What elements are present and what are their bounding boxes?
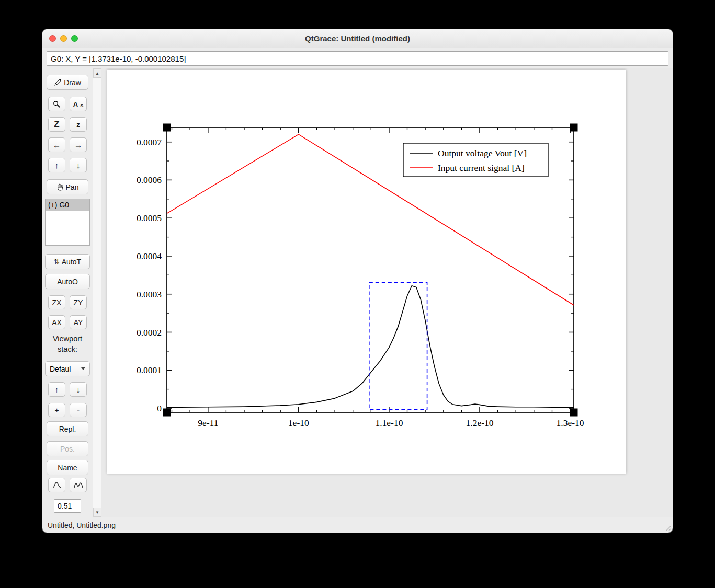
legend-entry-label: Output voltage Vout [V] <box>438 148 527 158</box>
graph-list-item-g0[interactable]: (+) G0 <box>46 199 89 211</box>
plot-canvas[interactable]: 9e-111e-101.1e-101.2e-101.3e-1000.00010.… <box>101 68 673 517</box>
window-titlebar[interactable]: QtGrace: Untitled (modified) <box>42 29 673 48</box>
up-arrow-icon: ↑ <box>55 385 59 394</box>
y-tick-label: 0 <box>157 403 162 413</box>
close-window-button[interactable] <box>49 35 56 42</box>
traffic-lights <box>49 29 78 48</box>
autoscale-ticks-button[interactable]: ⇅ AutoT <box>45 254 90 269</box>
status-text: Untitled, Untitled.png <box>48 521 116 529</box>
name-button[interactable]: Name <box>47 460 88 475</box>
magnification-input[interactable] <box>54 499 81 513</box>
pan-button[interactable]: Pan <box>47 179 88 194</box>
autoscale-icon: ⇅ <box>54 258 60 266</box>
selection-handle[interactable] <box>570 124 578 132</box>
zoom-in-button[interactable]: Z <box>48 117 65 132</box>
x-tick-label: 1.3e-10 <box>557 418 584 428</box>
zoom-selection-box <box>369 283 427 410</box>
graph-plot[interactable]: 9e-111e-101.1e-101.2e-101.3e-1000.00010.… <box>107 70 626 474</box>
qtgrace-window: QtGrace: Untitled (modified) G0: X, Y = … <box>42 29 673 533</box>
y-tick-label: 0.0007 <box>137 137 162 147</box>
autoscale-zy-button[interactable]: ZY <box>70 295 87 309</box>
y-tick-label: 0.0005 <box>137 213 162 223</box>
scroll-down-view-button[interactable]: ↓ <box>70 158 87 172</box>
series-line-0[interactable] <box>167 286 574 408</box>
y-tick-label: 0.0006 <box>137 175 162 185</box>
y-tick-label: 0.0001 <box>137 365 162 375</box>
stack-remove-button[interactable]: - <box>70 403 87 417</box>
graph-list[interactable]: (+) G0 <box>45 199 90 246</box>
text-properties-button[interactable]: AS <box>70 97 87 111</box>
autoscale-on-button[interactable]: AutoO <box>45 274 90 289</box>
wave-curve-icon <box>74 481 83 489</box>
status-bar: Untitled, Untitled.png <box>42 517 673 533</box>
x-tick-label: 1.2e-10 <box>466 418 494 428</box>
stack-up-button[interactable]: ↑ <box>48 382 65 397</box>
scroll-up-view-button[interactable]: ↑ <box>48 158 65 172</box>
curve-tool-button-1[interactable] <box>48 478 65 492</box>
plot-page[interactable]: 9e-111e-101.1e-101.2e-101.3e-1000.00010.… <box>107 70 626 474</box>
minimize-window-button[interactable] <box>60 35 67 42</box>
down-arrow-icon: ↓ <box>76 385 81 394</box>
selection-handle[interactable] <box>163 124 171 132</box>
scroll-right-button[interactable]: → <box>70 137 87 152</box>
autoscale-ay-button[interactable]: AY <box>70 315 87 329</box>
position-button[interactable]: Pos. <box>47 441 88 456</box>
triangle-down-icon: ▼ <box>95 510 99 515</box>
up-arrow-icon: ↑ <box>55 161 59 170</box>
autot-label: AutoT <box>62 258 81 266</box>
chevron-down-icon <box>81 367 85 370</box>
locator-display: G0: X, Y = [1.3731e-10, -0.000102815] <box>47 51 668 66</box>
stack-down-button[interactable]: ↓ <box>70 382 87 397</box>
pan-button-label: Pan <box>66 183 79 191</box>
scrollbar-up-arrow[interactable]: ▲ <box>93 68 101 78</box>
viewport-stack-label: Viewport stack: <box>53 333 82 354</box>
y-tick-label: 0.0004 <box>137 251 162 261</box>
y-tick-label: 0.0003 <box>137 289 162 299</box>
x-tick-label: 9e-11 <box>198 418 218 428</box>
stack-add-button[interactable]: + <box>48 403 65 417</box>
scrollbar-down-arrow[interactable]: ▼ <box>93 508 101 517</box>
autoscale-zx-button[interactable]: ZX <box>48 295 65 309</box>
magnifier-icon <box>53 100 61 108</box>
zoom-tool-button[interactable] <box>48 97 65 111</box>
zoom-out-button[interactable]: z <box>70 117 87 132</box>
draw-button-label: Draw <box>64 78 81 87</box>
x-tick-label: 1.1e-10 <box>375 418 403 428</box>
selection-handle[interactable] <box>163 409 171 417</box>
legend-entry-label: Input current signal [A] <box>438 163 525 173</box>
triangle-up-icon: ▲ <box>95 71 99 76</box>
autoscale-ax-button[interactable]: AX <box>48 315 65 329</box>
pen-icon <box>54 78 62 86</box>
resize-grip[interactable] <box>664 524 671 531</box>
sidebar-scrollbar[interactable]: ▲ ▼ <box>93 68 101 517</box>
right-arrow-icon: → <box>74 141 82 149</box>
replace-button[interactable]: Repl. <box>47 421 88 436</box>
locator-bar: G0: X, Y = [1.3731e-10, -0.000102815] <box>42 48 673 68</box>
x-tick-label: 1e-10 <box>288 418 309 428</box>
down-arrow-icon: ↓ <box>76 161 81 170</box>
text-properties-label-s: S <box>80 103 83 108</box>
tool-sidebar: Draw AS Z z ← → <box>42 68 93 517</box>
bell-curve-icon <box>52 481 62 489</box>
selection-handle[interactable] <box>570 409 578 417</box>
draw-button[interactable]: Draw <box>47 75 88 90</box>
y-tick-label: 0.0002 <box>137 327 162 338</box>
curve-tool-button-2[interactable] <box>70 478 87 492</box>
viewport-stack-dropdown[interactable]: Defaul <box>45 361 90 376</box>
viewport-stack-value: Defaul <box>50 365 71 373</box>
scroll-left-button[interactable]: ← <box>48 137 65 152</box>
text-properties-label-a: A <box>73 100 78 108</box>
hand-icon <box>56 183 64 191</box>
window-title: QtGrace: Untitled (modified) <box>305 34 410 43</box>
scrollbar-track[interactable] <box>93 78 101 508</box>
left-arrow-icon: ← <box>53 141 61 149</box>
zoom-window-button[interactable] <box>71 35 78 42</box>
